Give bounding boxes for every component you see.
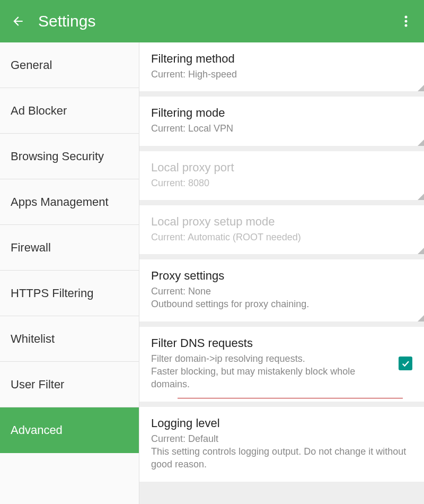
setting-subtitle-current: Current: Default <box>151 432 412 445</box>
sidebar-item-https-filtering[interactable]: HTTPS Filtering <box>0 271 139 316</box>
sidebar-item-general[interactable]: General <box>0 42 139 88</box>
setting-subtitle-current: Current: None <box>151 285 412 298</box>
setting-title: Logging level <box>151 416 412 430</box>
setting-proxy-settings[interactable]: Proxy settings Current: None Outbound se… <box>139 259 424 321</box>
sidebar-item-browsing-security[interactable]: Browsing Security <box>0 134 139 179</box>
svg-point-2 <box>405 24 408 27</box>
sidebar-item-label: General <box>11 58 52 72</box>
sidebar-item-label: User Filter <box>11 378 64 392</box>
setting-filtering-method[interactable]: Filtering method Current: High-speed <box>139 42 424 91</box>
sidebar-item-label: Browsing Security <box>11 150 104 163</box>
setting-title: Local proxy setup mode <box>151 215 412 229</box>
setting-title: Filtering mode <box>151 106 412 120</box>
sidebar-item-label: Whitelist <box>11 332 55 346</box>
sidebar-item-whitelist[interactable]: Whitelist <box>0 316 139 362</box>
sidebar-item-firewall[interactable]: Firewall <box>0 225 139 271</box>
sidebar-item-ad-blocker[interactable]: Ad Blocker <box>0 88 139 134</box>
svg-point-1 <box>405 20 408 23</box>
setting-local-proxy-port: Local proxy port Current: 8080 <box>139 151 424 200</box>
overflow-menu-icon[interactable] <box>399 14 413 29</box>
setting-subtitle: Filter domain->ip resolving requests. Fa… <box>151 352 392 391</box>
setting-local-proxy-setup-mode: Local proxy setup mode Current: Automati… <box>139 205 424 254</box>
sidebar-item-apps-management[interactable]: Apps Management <box>0 179 139 225</box>
setting-title: Filter DNS requests <box>151 336 392 350</box>
sidebar-item-label: Apps Management <box>11 195 109 209</box>
filter-dns-checkbox[interactable] <box>399 357 412 370</box>
sidebar-item-label: HTTPS Filtering <box>11 286 93 300</box>
content-area: General Ad Blocker Browsing Security App… <box>0 42 424 504</box>
setting-title: Local proxy port <box>151 161 412 175</box>
resize-corner-icon <box>418 140 424 146</box>
setting-subtitle: Current: 8080 <box>151 177 412 189</box>
setting-subtitle: Current: Local VPN <box>151 122 412 135</box>
sidebar-item-label: Ad Blocker <box>11 104 67 118</box>
resize-corner-icon <box>418 248 424 254</box>
sidebar-item-label: Firewall <box>11 241 51 255</box>
setting-title: Proxy settings <box>151 269 412 283</box>
sidebar-item-user-filter[interactable]: User Filter <box>0 362 139 407</box>
app-bar: Settings <box>0 0 424 42</box>
highlight-underline <box>178 398 403 398</box>
settings-panel: Filtering method Current: High-speed Fil… <box>139 42 424 504</box>
resize-corner-icon <box>418 194 424 200</box>
sidebar-item-label: Advanced <box>11 423 63 437</box>
setting-filtering-mode[interactable]: Filtering mode Current: Local VPN <box>139 97 424 145</box>
resize-corner-icon <box>418 315 424 321</box>
setting-filter-dns-requests[interactable]: Filter DNS requests Filter domain->ip re… <box>139 327 424 402</box>
setting-title: Filtering method <box>151 52 412 66</box>
setting-subtitle-desc: Outbound settings for proxy chaining. <box>151 298 412 310</box>
setting-subtitle: Current: High-speed <box>151 68 412 81</box>
page-title: Settings <box>38 12 399 30</box>
setting-logging-level[interactable]: Logging level Current: Default This sett… <box>139 407 424 482</box>
setting-subtitle: Current: Automatic (ROOT needed) <box>151 231 412 244</box>
sidebar-item-advanced[interactable]: Advanced <box>0 407 139 453</box>
setting-subtitle-desc: This setting controls logging output. Do… <box>151 445 412 471</box>
back-arrow-icon[interactable] <box>11 14 25 29</box>
sidebar: General Ad Blocker Browsing Security App… <box>0 42 139 504</box>
svg-point-0 <box>405 16 408 19</box>
resize-corner-icon <box>418 85 424 91</box>
